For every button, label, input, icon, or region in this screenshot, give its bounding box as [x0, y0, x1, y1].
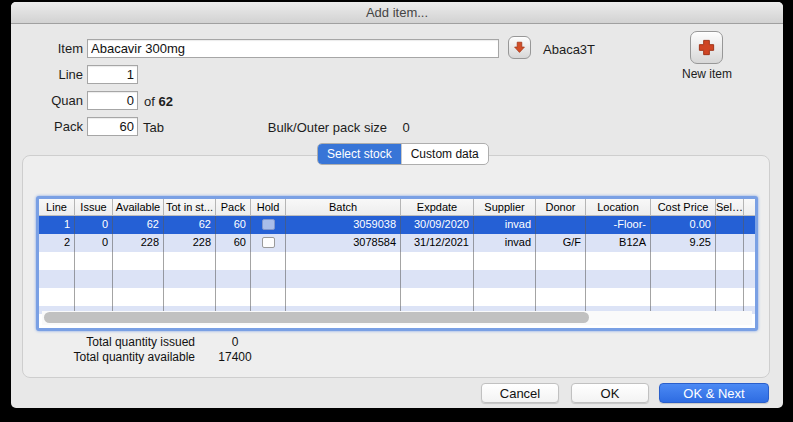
line-label: Line [11, 65, 83, 84]
cell-expdate[interactable]: 30/09/2020 [401, 216, 474, 234]
table-row-empty [39, 270, 755, 288]
cell-supplier[interactable]: invad [474, 234, 536, 252]
column-header-donor[interactable]: Donor [536, 199, 586, 215]
quantity-input[interactable] [87, 91, 138, 110]
total-value: 0 [195, 335, 275, 350]
button-row: CancelOKOK & Next [11, 383, 783, 403]
cell-available[interactable]: 62 [113, 216, 164, 234]
cell-pack[interactable]: 60 [216, 216, 251, 234]
cell-batch[interactable]: 3059038 [286, 216, 401, 234]
tab-select-stock[interactable]: Select stock [318, 144, 402, 164]
cell-line[interactable]: 2 [39, 234, 75, 252]
cell-available [113, 252, 164, 270]
cell-cost-price [651, 252, 716, 270]
line-input[interactable] [87, 65, 138, 84]
table-row-1[interactable]: 10626260305903830/09/2020invad-Floor-0.0… [39, 216, 755, 234]
cell-supplier[interactable]: invad [474, 216, 536, 234]
ok-next-button[interactable]: OK & Next [659, 383, 769, 403]
cell-hold[interactable] [251, 234, 286, 252]
column-header-tot-in-stock[interactable]: Tot in st... [164, 199, 216, 215]
column-header-pack[interactable]: Pack [216, 199, 251, 215]
cell-sell-price [716, 270, 744, 288]
item-input[interactable] [87, 39, 499, 58]
tab-custom-data[interactable]: Custom data [402, 144, 488, 164]
column-header-batch[interactable]: Batch [286, 199, 401, 215]
available-total-text: 62 [158, 94, 172, 109]
hold-checkbox[interactable] [262, 219, 275, 230]
column-header-hold[interactable]: Hold [251, 199, 286, 215]
tab-bar: Select stockCustom data [317, 143, 489, 165]
cell-filler [744, 252, 755, 270]
cell-issue [75, 270, 113, 288]
total-label: Total quantity issued [31, 335, 195, 350]
new-item-button-label: New item [671, 65, 743, 84]
cell-batch [286, 270, 401, 288]
column-header-issue[interactable]: Issue [75, 199, 113, 215]
cell-hold[interactable] [251, 216, 286, 234]
cell-cost-price[interactable]: 0.00 [651, 216, 716, 234]
hold-checkbox[interactable] [262, 237, 275, 248]
scrollbar-thumb[interactable] [44, 312, 589, 323]
cell-expdate [401, 270, 474, 288]
stock-table[interactable]: LineIssueAvailableTot in st...PackHoldBa… [36, 196, 758, 331]
item-label: Item [11, 39, 83, 58]
column-header-cost-price[interactable]: Cost Price [651, 199, 716, 215]
new-item-button[interactable] [690, 31, 723, 64]
cell-filler [744, 288, 755, 306]
cell-line[interactable]: 1 [39, 216, 75, 234]
cell-sell-price [716, 252, 744, 270]
quantity-of-text: of 62 [144, 92, 173, 111]
cell-donor[interactable]: G/F [536, 234, 586, 252]
cell-location[interactable]: B12A [586, 234, 651, 252]
cell-sell-price[interactable] [716, 216, 744, 234]
cell-tot-in-stock[interactable]: 228 [164, 234, 216, 252]
title-bar[interactable]: Add item... [11, 2, 783, 24]
cell-donor [536, 252, 586, 270]
ok-button[interactable]: OK [571, 383, 649, 403]
cell-available[interactable]: 228 [113, 234, 164, 252]
cell-tot-in-stock [164, 270, 216, 288]
table-row-2[interactable]: 2022822860307858431/12/2021invadG/FB12A9… [39, 234, 755, 252]
totals-section: Total quantity issued0Total quantity ava… [31, 335, 275, 365]
cancel-button[interactable]: Cancel [481, 383, 559, 403]
cell-issue [75, 252, 113, 270]
cell-issue[interactable]: 0 [75, 216, 113, 234]
item-lookup-button[interactable] [508, 36, 531, 59]
cell-line [39, 252, 75, 270]
horizontal-scrollbar[interactable] [42, 311, 752, 325]
bulk-pack-size-value: 0 [397, 118, 415, 137]
cell-line [39, 288, 75, 306]
cell-donor[interactable] [536, 216, 586, 234]
cell-location [586, 270, 651, 288]
cell-hold [251, 252, 286, 270]
column-header-available[interactable]: Available [113, 199, 164, 215]
quantity-label: Quan [11, 91, 83, 110]
cell-hold [251, 270, 286, 288]
cell-pack [216, 252, 251, 270]
cell-pack [216, 270, 251, 288]
cell-sell-price[interactable] [716, 234, 744, 252]
table-row-empty [39, 252, 755, 270]
table-body: 10626260305903830/09/2020invad-Floor-0.0… [39, 216, 755, 314]
bulk-pack-size-label: Bulk/Outer pack size [211, 118, 387, 137]
cell-batch[interactable]: 3078584 [286, 234, 401, 252]
cell-pack[interactable]: 60 [216, 234, 251, 252]
cell-tot-in-stock[interactable]: 62 [164, 216, 216, 234]
cell-expdate [401, 252, 474, 270]
cell-expdate[interactable]: 31/12/2021 [401, 234, 474, 252]
pack-input[interactable] [87, 117, 138, 136]
column-header-location[interactable]: Location [586, 199, 651, 215]
cell-expdate [401, 288, 474, 306]
column-header-supplier[interactable]: Supplier [474, 199, 536, 215]
total-value: 17400 [195, 350, 275, 365]
column-header-line[interactable]: Line [39, 199, 75, 215]
column-header-sell-price[interactable]: Sell p [716, 199, 744, 215]
cell-filler [744, 270, 755, 288]
cell-filler [744, 216, 755, 234]
cell-cost-price[interactable]: 9.25 [651, 234, 716, 252]
cell-location[interactable]: -Floor- [586, 216, 651, 234]
column-header-expdate[interactable]: Expdate [401, 199, 474, 215]
dialog-title: Add item... [11, 2, 783, 23]
total-line-total-quantity-issued: Total quantity issued0 [31, 335, 275, 350]
cell-issue[interactable]: 0 [75, 234, 113, 252]
